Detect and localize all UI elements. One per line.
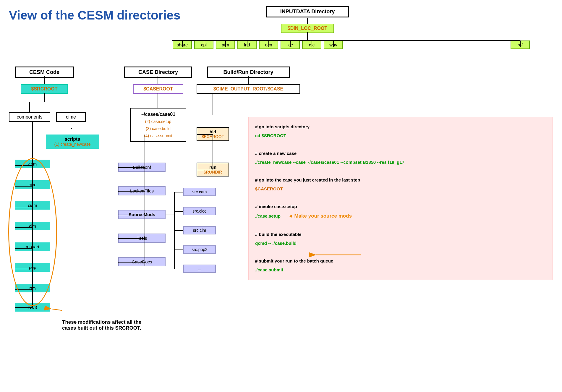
subdir-lnd: lnd [237, 41, 257, 49]
s4: ./create_newcase --case ~/cases/case01 -… [255, 160, 404, 165]
s11: # submit your run to the batch queue [255, 258, 333, 263]
src-clm-box: src.clm [183, 226, 216, 234]
annotation-text: These modifications affect all the cases… [62, 319, 157, 331]
s7: # invoke case.setup [255, 204, 297, 209]
s2: cd $SRCROOT [255, 133, 286, 138]
cime-output-box: $CIME_OUTPUT_ROOT/$CASE [197, 84, 300, 94]
cases-cmd-2: (3) case.build [133, 125, 183, 132]
subdir-atm: atm [216, 41, 235, 49]
comp-clm: clm [15, 222, 50, 230]
lockedfiles-box: LockedFiles [118, 186, 166, 195]
cases-cmd-3: (4) case.submit [133, 132, 183, 140]
subdir-rof: rof [511, 41, 530, 49]
din-loc-root: $DIN_LOC_ROOT [281, 24, 334, 33]
subdir-cpl: cpl [194, 41, 213, 49]
s5: # go into the case you just created in t… [255, 177, 360, 182]
svg-line-52 [52, 309, 62, 310]
script-panel: # go into scripts directory cd $SRCROOT … [248, 117, 553, 280]
sourcemods-box: SourceMods [118, 210, 166, 219]
s10: qcmd -- ./case.build [255, 241, 297, 246]
src-pop2-box: src.pop2 [183, 245, 216, 254]
casedocs-box: CaseDocs [118, 257, 166, 266]
comp-rtm: rtm [15, 284, 50, 292]
cases-cmd-1: (2) case.setup [133, 118, 183, 125]
cime-box: cime [56, 112, 86, 122]
src-cice-box: src.cice [183, 207, 216, 215]
src-cam-box: src.cam [183, 188, 216, 196]
cases-path: ~/cases/case01 [133, 110, 183, 118]
subdir-share: share [173, 41, 192, 49]
s1: # go into scripts directory [255, 124, 310, 129]
comp-cism: cism [15, 201, 50, 210]
caseroot-box: $CASEROOT [133, 84, 183, 94]
s12: ./case.submit [255, 267, 283, 272]
buildrun-box: Build/Run Directory [207, 67, 290, 78]
s6: $CASEROOT [255, 186, 283, 191]
bld-var: $EXEROOT [200, 134, 226, 139]
srcroot-box: $SRCROOT [21, 84, 68, 94]
cases-box: ~/cases/case01 (2) case.setup (3) case.b… [130, 108, 186, 142]
scripts-title: scripts [49, 137, 96, 142]
subdir-ocn: ocn [259, 41, 278, 49]
comp-cice: cice [15, 180, 50, 189]
case-dir-box: CASE Directory [124, 67, 192, 78]
tools-box: Tools [118, 234, 166, 243]
components-box: components [9, 112, 50, 122]
subdir-wav: wav [324, 41, 343, 49]
src-dots-box: ... [183, 265, 216, 273]
bld-title: bld [200, 129, 226, 134]
cesm-code-box: CESM Code [15, 67, 74, 78]
comp-cam: cam [15, 160, 50, 168]
inputdata-box: INPUTDATA Directory [266, 6, 349, 17]
comp-ww3: ww3 [15, 303, 50, 312]
s8: ./case.setup [255, 213, 281, 218]
run-title: run [200, 165, 226, 170]
subdir-glc: glc [302, 41, 321, 49]
scripts-cmd: (1) create_newcase [49, 142, 96, 147]
run-box: run $RUNDIR [197, 163, 229, 176]
subdir-ice: ice [281, 41, 300, 49]
source-mods-arrow-label: ◄ Make your source mods [288, 213, 352, 219]
run-var: $RUNDIR [200, 170, 226, 174]
s9: # build the executable [255, 232, 302, 237]
buildconf-box: Buildconf [118, 163, 166, 172]
s3: # create a new case [255, 151, 297, 156]
scripts-box: scripts (1) create_newcase [46, 135, 99, 149]
page-title: View of the CESM directories [9, 8, 180, 22]
bld-box: bld $EXEROOT [197, 127, 229, 141]
comp-pop: pop [15, 263, 50, 272]
comp-mosart: mosart [15, 242, 50, 251]
